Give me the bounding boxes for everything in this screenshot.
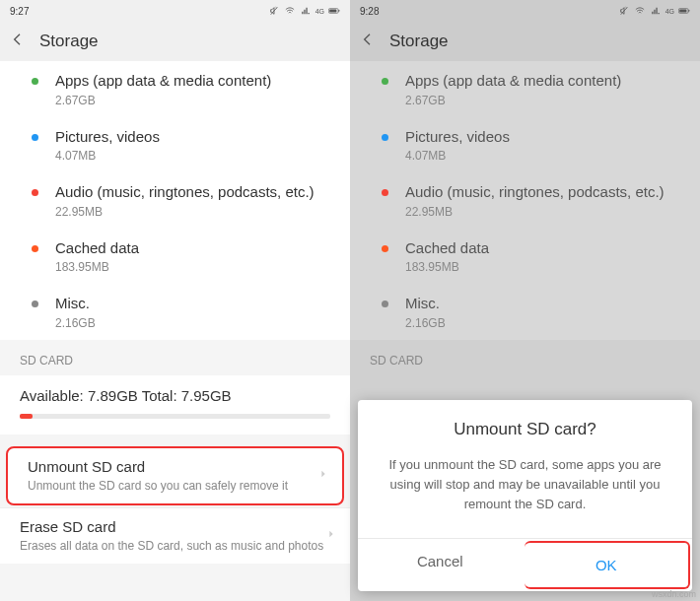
svg-rect-5 bbox=[688, 10, 689, 12]
dialog-buttons: Cancel OK bbox=[358, 538, 692, 591]
screen-left: 9:27 4G Storage Apps (app data & media c… bbox=[0, 0, 350, 601]
item-size: 22.95MB bbox=[55, 205, 315, 219]
status-bar: 9:28 4G bbox=[350, 0, 700, 22]
dot-icon bbox=[32, 134, 38, 141]
item-title: Cached data bbox=[405, 238, 489, 258]
mute-icon bbox=[618, 6, 630, 16]
chevron-left-icon bbox=[10, 32, 26, 47]
item-size: 183.95MB bbox=[55, 260, 139, 274]
signal-icon bbox=[300, 6, 312, 16]
dot-icon bbox=[382, 78, 388, 85]
list-item-misc: Misc.2.16GB bbox=[350, 284, 700, 340]
dot-icon bbox=[382, 300, 388, 307]
sd-card-section-label: SD CARD bbox=[350, 340, 700, 375]
clock: 9:27 bbox=[10, 6, 29, 17]
unmount-desc: Unmount the SD card so you can safely re… bbox=[28, 478, 322, 494]
erase-desc: Erases all data on the SD card, such as … bbox=[20, 538, 330, 554]
wifi-icon bbox=[634, 6, 646, 16]
list-item-cached: Cached data183.95MB bbox=[350, 229, 700, 285]
list-item-audio: Audio (music, ringtones, podcasts, etc.)… bbox=[350, 172, 700, 229]
list-item-pictures: Pictures, videos4.07MB bbox=[350, 117, 700, 173]
status-icons: 4G bbox=[268, 6, 340, 16]
item-title: Apps (app data & media content) bbox=[55, 71, 271, 91]
battery-icon bbox=[328, 6, 340, 16]
chevron-right-icon bbox=[318, 467, 328, 485]
item-size: 2.67GB bbox=[405, 94, 621, 107]
storage-list: Apps (app data & media content)2.67GB Pi… bbox=[350, 61, 700, 340]
list-item-pictures[interactable]: Pictures, videos4.07MB bbox=[0, 117, 350, 173]
status-bar: 9:27 4G bbox=[0, 0, 350, 22]
sd-card-info: Available: 7.89GB Total: 7.95GB bbox=[0, 375, 350, 434]
signal-icon bbox=[650, 6, 662, 16]
svg-rect-4 bbox=[679, 9, 686, 12]
item-size: 2.67GB bbox=[55, 94, 271, 107]
item-size: 4.07MB bbox=[55, 149, 160, 163]
unmount-title: Unmount SD card bbox=[28, 458, 322, 475]
page-title: Storage bbox=[39, 32, 99, 51]
chevron-right-icon bbox=[326, 527, 336, 545]
ok-button[interactable]: OK bbox=[525, 541, 691, 589]
list-item-apps: Apps (app data & media content)2.67GB bbox=[350, 61, 700, 117]
dialog-message: If you unmount the SD card, some apps yo… bbox=[358, 455, 692, 538]
list-item-audio[interactable]: Audio (music, ringtones, podcasts, etc.)… bbox=[0, 172, 350, 229]
dot-icon bbox=[32, 78, 38, 85]
storage-bar bbox=[20, 414, 330, 419]
item-title: Misc. bbox=[55, 294, 96, 313]
dot-icon bbox=[382, 189, 388, 196]
item-title: Audio (music, ringtones, podcasts, etc.) bbox=[405, 182, 665, 202]
list-item-misc[interactable]: Misc.2.16GB bbox=[0, 284, 350, 340]
screen-right: 9:28 4G Storage Apps (app data & media c… bbox=[350, 0, 700, 601]
item-size: 22.95MB bbox=[405, 205, 665, 219]
dot-icon bbox=[382, 245, 388, 252]
sd-card-section-label: SD CARD bbox=[0, 340, 350, 375]
watermark: wsxdn.com bbox=[652, 589, 696, 599]
wifi-icon bbox=[284, 6, 296, 16]
item-title: Pictures, videos bbox=[405, 127, 510, 147]
storage-bar-fill bbox=[20, 414, 33, 419]
item-size: 2.16GB bbox=[405, 316, 446, 330]
unmount-dialog: Unmount SD card? If you unmount the SD c… bbox=[358, 400, 692, 591]
item-title: Pictures, videos bbox=[55, 127, 160, 147]
svg-rect-1 bbox=[329, 9, 336, 12]
dot-icon bbox=[382, 134, 388, 141]
battery-icon bbox=[678, 6, 690, 16]
erase-sd-card-button[interactable]: Erase SD card Erases all data on the SD … bbox=[0, 508, 350, 564]
item-size: 2.16GB bbox=[55, 316, 96, 330]
storage-list: Apps (app data & media content)2.67GB Pi… bbox=[0, 61, 350, 340]
header: Storage bbox=[0, 22, 350, 61]
cancel-button[interactable]: Cancel bbox=[358, 539, 523, 591]
status-icons: 4G bbox=[618, 6, 690, 16]
divider bbox=[0, 434, 350, 444]
page-title: Storage bbox=[389, 32, 449, 51]
list-item-cached[interactable]: Cached data183.95MB bbox=[0, 229, 350, 285]
network-label: 4G bbox=[315, 8, 324, 15]
item-title: Cached data bbox=[55, 238, 139, 258]
svg-rect-2 bbox=[338, 10, 339, 12]
header: Storage bbox=[350, 22, 700, 61]
dot-icon bbox=[32, 300, 38, 307]
list-item-apps[interactable]: Apps (app data & media content)2.67GB bbox=[0, 61, 350, 117]
item-size: 4.07MB bbox=[405, 149, 510, 163]
back-button[interactable] bbox=[10, 32, 26, 51]
network-label: 4G bbox=[665, 8, 674, 15]
dialog-title: Unmount SD card? bbox=[358, 420, 692, 439]
dot-icon bbox=[32, 245, 38, 252]
item-title: Apps (app data & media content) bbox=[405, 71, 621, 91]
erase-title: Erase SD card bbox=[20, 518, 330, 535]
unmount-sd-card-button[interactable]: Unmount SD card Unmount the SD card so y… bbox=[6, 446, 344, 505]
chevron-left-icon bbox=[360, 32, 376, 47]
mute-icon bbox=[268, 6, 280, 16]
item-title: Misc. bbox=[405, 294, 446, 313]
item-title: Audio (music, ringtones, podcasts, etc.) bbox=[55, 182, 315, 202]
sd-available-total: Available: 7.89GB Total: 7.95GB bbox=[20, 387, 330, 404]
back-button[interactable] bbox=[360, 32, 376, 51]
item-size: 183.95MB bbox=[405, 260, 489, 274]
dot-icon bbox=[32, 189, 38, 196]
clock: 9:28 bbox=[360, 6, 379, 17]
